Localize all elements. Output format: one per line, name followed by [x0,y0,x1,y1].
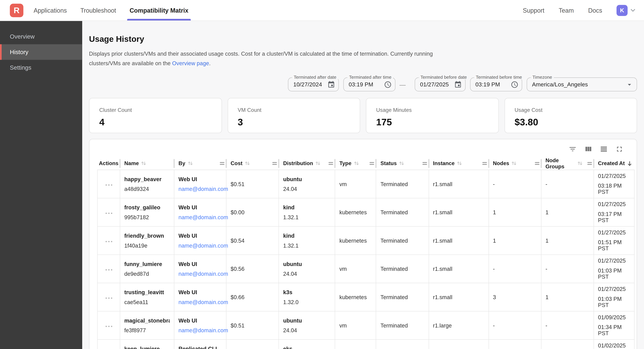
fullscreen-button[interactable] [614,144,624,155]
column-menu-icon[interactable] [272,161,278,165]
column-header-cost[interactable]: Cost [226,157,279,170]
sort-icon [354,161,359,166]
distribution-version: 24.04 [283,271,331,277]
distribution-version: 1.32.1 [283,243,331,249]
cell-by: Web UIname@domain.com [174,198,226,227]
replicated-logo[interactable]: R [10,3,24,17]
row-actions-button[interactable] [104,292,114,302]
terminated-before-date-field[interactable]: Terminated before date01/27/2025 [415,77,466,91]
terminated-before-time-field[interactable]: Terminated before time03:19 PM [470,77,522,91]
column-header-name[interactable]: Name [120,157,174,170]
column-label: Instance [433,160,455,166]
column-label: Name [124,160,139,166]
sidebar-item-label: History [10,49,28,55]
overview-page-link[interactable]: Overview page [172,60,209,66]
description-period: . [209,60,210,66]
sort-icon [244,161,250,166]
columns-button[interactable] [583,144,593,155]
page-title: Usage History [89,34,637,44]
creator-email-link[interactable]: name@domain.com [178,327,228,333]
cell-cost: $0.56 [226,255,279,283]
creator-email-link[interactable]: name@domain.com [178,299,228,305]
column-header-distribution[interactable]: Distribution [279,157,335,170]
top-nav-links: SupportTeamDocs [523,7,602,14]
creator-email-link[interactable]: name@domain.com [178,243,228,249]
column-header-created-at[interactable]: Created At [594,157,634,170]
column-header-type[interactable]: Type [335,157,376,170]
created-date: 01/27/2025 [598,201,630,207]
column-header-nodes[interactable]: Nodes [489,157,541,170]
cell-nodes: 1 [489,227,541,255]
row-actions-button[interactable] [104,264,114,274]
filter-icon [568,145,577,155]
app-window: R ApplicationsTroubleshootCompatibility … [0,0,644,349]
terminated-after-time-field[interactable]: Terminated after time03:19 PM [343,77,396,91]
column-header-status[interactable]: Status [376,157,429,170]
column-label: Created At [598,160,625,166]
stat-card-usage-minutes: Usage Minutes175 [366,98,498,133]
cell-type: vm [335,170,376,198]
nav-link-support[interactable]: Support [523,7,544,14]
tab-troubleshoot[interactable]: Troubleshoot [80,0,116,20]
cell-distribution: ubuntu24.04 [279,312,335,340]
nav-link-docs[interactable]: Docs [588,7,602,14]
cell-nodes: 3 [489,283,541,312]
terminated-after-date-field[interactable]: Terminated after date10/27/2024 [288,77,339,91]
stat-card-cluster-count: Cluster Count4 [89,98,222,133]
field-value: 01/27/2025 [420,81,449,88]
cell-status: Terminated [376,198,429,227]
tab-compatibility-matrix[interactable]: Compatibility Matrix [130,0,188,20]
column-header-instance[interactable]: Instance [429,157,489,170]
cell-name: funny_lumierede9ed87d [120,255,174,283]
table-toolbar [90,139,637,157]
row-actions-button[interactable] [104,321,114,330]
sidebar-item-settings[interactable]: Settings [0,60,82,75]
creator-email-link[interactable]: name@domain.com [178,214,228,220]
creator-email-link[interactable]: name@domain.com [178,271,228,277]
cell-nodes: 3 [489,340,541,349]
column-header-by[interactable]: By [174,157,226,170]
sidebar-item-overview[interactable]: Overview [0,29,82,44]
cell-name: frosty_galileo995b7182 [120,198,174,227]
fullscreen-icon [615,145,624,155]
cell-actions [97,227,120,255]
cell-instance: m6i.large [429,340,489,349]
column-menu-icon[interactable] [534,161,540,165]
page-description: Displays prior clusters/VMs and their as… [89,49,637,68]
filter-button[interactable] [568,144,578,155]
column-header-node-groups[interactable]: Node Groups [541,157,594,170]
field-label: Terminated after time [348,75,393,79]
row-actions-button[interactable] [104,179,114,189]
stat-label: Cluster Count [99,107,212,113]
sidebar: OverviewHistorySettings [0,21,82,349]
top-nav: R ApplicationsTroubleshootCompatibility … [0,0,644,21]
creator-email-link[interactable]: name@domain.com [178,186,228,192]
field-label: Terminated before date [419,75,468,79]
column-menu-icon[interactable] [220,161,225,165]
cell-cost: $0.66 [226,283,279,312]
created-date: 01/09/2025 [598,314,630,321]
timezone-field[interactable]: TimezoneAmerica/Los_Angeles [527,77,637,91]
density-button[interactable] [599,144,609,155]
stat-label: Usage Minutes [376,107,488,113]
row-actions-button[interactable] [104,236,114,245]
avatar[interactable]: K [616,5,628,16]
row-actions-button[interactable] [104,208,114,217]
column-menu-icon[interactable] [369,161,375,165]
caret-down-icon [623,81,634,88]
chevron-down-icon[interactable] [628,6,638,15]
account-menu[interactable]: K [616,5,637,16]
table-row: trusting_leavittcae5ea11Web UIname@domai… [97,283,634,312]
stat-value: 4 [99,117,212,128]
distribution-version: 24.04 [283,327,331,333]
column-menu-icon[interactable] [328,161,334,165]
cell-created-at: 01/27/202503:18 PM PST [594,170,634,198]
column-menu-icon[interactable] [587,161,592,165]
nav-link-team[interactable]: Team [559,7,574,14]
sort-icon [511,161,517,166]
sidebar-item-history[interactable]: History [0,44,82,60]
tab-applications[interactable]: Applications [34,0,67,20]
column-menu-icon[interactable] [422,161,427,165]
date-range-separator: — [400,81,406,88]
column-menu-icon[interactable] [482,161,487,165]
